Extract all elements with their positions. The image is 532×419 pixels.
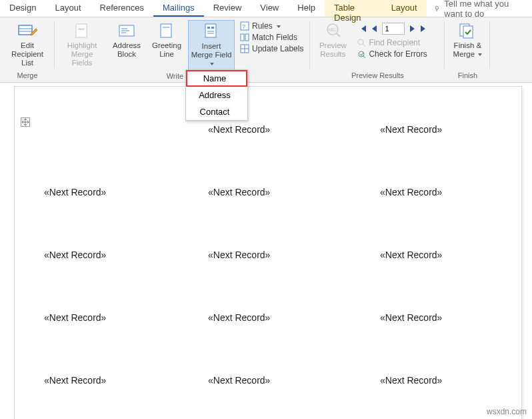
tab-design[interactable]: Design — [0, 0, 45, 17]
label-cell[interactable]: «Next Record» — [196, 124, 352, 135]
label-cell[interactable]: «Next Record» — [352, 250, 508, 260]
document-area: «Next Record» «Next Record» «Next Record… — [15, 87, 532, 419]
svg-rect-13 — [207, 27, 210, 29]
page[interactable]: «Next Record» «Next Record» «Next Record… — [15, 87, 521, 419]
svg-rect-29 — [463, 26, 473, 38]
merge-field-option-name[interactable]: Name — [186, 70, 247, 87]
rules-button[interactable]: ? Rules — [240, 21, 303, 31]
greeting-icon — [156, 21, 177, 40]
watermark: wsxdn.com — [487, 407, 527, 416]
chevron-down-icon — [275, 21, 281, 31]
address-block-icon — [116, 21, 137, 40]
tab-help[interactable]: Help — [288, 0, 325, 17]
merge-field-icon — [201, 22, 222, 41]
search-icon — [357, 38, 366, 47]
preview-icon: ABC — [322, 21, 343, 40]
tab-mailings[interactable]: Mailings — [153, 0, 204, 17]
rules-icon: ? — [240, 21, 249, 31]
label-cell[interactable]: «Next Record» — [40, 375, 196, 386]
label-cell[interactable]: «Next Record» — [196, 375, 352, 386]
label-cell[interactable]: «Next Record» — [196, 187, 352, 197]
preview-results-button: ABC Preview Results — [314, 20, 351, 60]
label-cell[interactable]: «Next Record» — [352, 375, 508, 386]
group-label-merge: Merge — [4, 70, 51, 81]
ribbon: Edit Recipient List Merge Highlight Merg… — [0, 17, 532, 83]
finish-merge-icon — [457, 21, 478, 40]
match-fields-icon — [240, 33, 249, 42]
chevron-down-icon — [477, 50, 482, 58]
label-cell[interactable]: «Next Record» — [352, 312, 508, 323]
insert-merge-field-button[interactable]: Insert Merge Field — [188, 20, 235, 71]
tab-layout[interactable]: Layout — [45, 0, 90, 17]
svg-point-26 — [358, 39, 363, 45]
highlight-icon — [71, 21, 93, 40]
ribbon-tabs: Design Layout References Mailings Review… — [0, 0, 532, 17]
svg-rect-4 — [76, 24, 87, 37]
update-labels-icon — [240, 44, 249, 53]
merge-field-option-contact[interactable]: Contact — [186, 103, 247, 120]
svg-rect-19 — [241, 34, 244, 41]
svg-rect-14 — [211, 27, 214, 29]
tab-table-design[interactable]: Table Design — [325, 0, 382, 17]
label-cell[interactable]: «Next Record» — [196, 250, 352, 260]
group-label-preview: Preview Results — [314, 70, 441, 81]
recipient-list-icon — [17, 21, 38, 40]
match-fields-button[interactable]: Match Fields — [240, 33, 303, 42]
first-record-icon[interactable] — [358, 24, 367, 33]
svg-rect-20 — [245, 34, 249, 41]
find-recipient-button: Find Recipient — [357, 38, 438, 47]
group-write-insert: Highlight Merge Fields Address Block Gre… — [55, 17, 310, 82]
label-cell[interactable]: «Next Record» — [352, 124, 508, 135]
table-move-handle[interactable] — [21, 117, 30, 127]
label-cell[interactable]: «Next Record» — [40, 250, 196, 260]
tab-view[interactable]: View — [251, 0, 288, 17]
last-record-icon[interactable] — [419, 24, 429, 33]
tell-me-search[interactable]: Tell me what you want to do — [427, 0, 532, 17]
highlight-merge-fields-button: Highlight Merge Fields — [59, 20, 105, 71]
tab-references[interactable]: References — [91, 0, 153, 17]
edit-recipient-list-button[interactable]: Edit Recipient List — [4, 20, 51, 69]
group-preview: ABC Preview Results Find Recipient — [310, 17, 445, 82]
svg-point-0 — [435, 6, 438, 9]
label-cell[interactable]: «Next Record» — [40, 187, 196, 197]
svg-rect-1 — [19, 25, 32, 35]
tab-table-layout[interactable]: Layout — [382, 0, 427, 17]
svg-text:?: ? — [242, 23, 245, 30]
svg-rect-5 — [78, 28, 85, 30]
svg-rect-10 — [161, 24, 171, 37]
address-block-button[interactable]: Address Block — [108, 20, 145, 71]
prev-record-icon[interactable] — [370, 24, 379, 33]
group-finish: Finish & Merge Finish — [445, 17, 490, 82]
insert-merge-field-dropdown: Name Address Contact — [185, 69, 248, 121]
tell-me-label: Tell me what you want to do — [444, 0, 525, 19]
group-merge: Edit Recipient List Merge — [0, 17, 55, 82]
record-number-input[interactable] — [382, 23, 405, 35]
next-record-icon[interactable] — [407, 24, 417, 33]
finish-merge-button[interactable]: Finish & Merge — [449, 20, 486, 60]
update-labels-button[interactable]: Update Labels — [240, 44, 303, 53]
chevron-down-icon — [209, 59, 214, 67]
label-cell[interactable]: «Next Record» — [196, 312, 352, 323]
label-cell[interactable] — [40, 124, 196, 135]
tab-review[interactable]: Review — [204, 0, 251, 17]
group-label-write: Write & In — [59, 71, 306, 81]
check-errors-button[interactable]: Check for Errors — [357, 49, 438, 59]
merge-field-option-address[interactable]: Address — [186, 87, 247, 103]
label-cell[interactable]: «Next Record» — [352, 187, 508, 197]
group-label-finish: Finish — [449, 70, 486, 81]
svg-text:ABC: ABC — [327, 27, 337, 32]
label-cell[interactable]: «Next Record» — [40, 312, 196, 323]
check-errors-icon — [357, 49, 366, 59]
greeting-line-button[interactable]: Greeting Line — [148, 20, 185, 71]
lightbulb-icon — [433, 4, 441, 13]
labels-grid: «Next Record» «Next Record» «Next Record… — [40, 124, 508, 386]
svg-rect-12 — [205, 24, 216, 37]
